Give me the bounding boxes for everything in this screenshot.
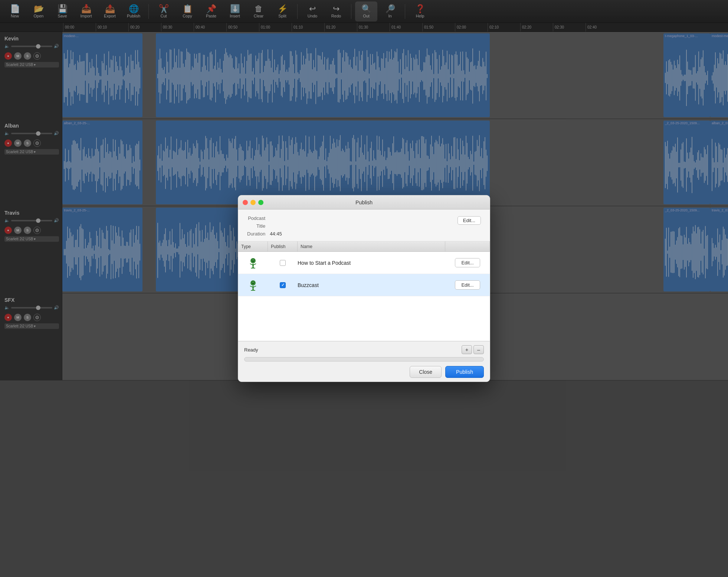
th-type: Type (238, 241, 268, 251)
modal-info: Podcast Edit... Title Duration 44:45 (238, 210, 490, 241)
duration-value: 44:45 (270, 231, 453, 237)
svg-point-1388 (252, 259, 254, 261)
modal-footer: Ready + – Close Publish (238, 341, 490, 382)
th-publish: Publish (268, 241, 298, 251)
table-row-0[interactable]: How to Start a Podcast Edit... (238, 252, 490, 274)
scroll-bar[interactable] (244, 357, 484, 362)
td-name-1: Buzzcast (298, 282, 445, 288)
remove-button[interactable]: – (473, 345, 484, 354)
td-name-0: How to Start a Podcast (298, 260, 445, 266)
svg-rect-1391 (251, 268, 255, 268)
td-publish-1[interactable] (268, 282, 298, 288)
window-maximize-button[interactable] (258, 200, 263, 205)
publish-checkbox-1[interactable] (280, 282, 286, 288)
td-publish-0[interactable] (268, 260, 298, 266)
table-body: How to Start a Podcast Edit... Buzzcast … (238, 252, 490, 341)
td-type-1 (238, 278, 268, 292)
td-actions-1: Edit... (445, 280, 490, 290)
action-row: Close Publish (244, 366, 484, 378)
add-button[interactable]: + (462, 345, 472, 354)
th-actions (445, 241, 490, 251)
status-row: Ready + – (244, 345, 484, 354)
svg-rect-1397 (251, 290, 255, 291)
td-type-0 (238, 256, 268, 270)
window-controls (243, 200, 263, 205)
modal-titlebar: Publish (238, 195, 490, 210)
duration-label: Duration (247, 231, 265, 237)
status-text: Ready (244, 347, 258, 353)
add-remove-controls: + – (462, 345, 484, 354)
podcast-type-icon-0 (246, 256, 260, 270)
window-close-button[interactable] (243, 200, 248, 205)
modal-overlay: Publish Podcast Edit... Title Duration 4… (0, 0, 728, 577)
title-label: Title (247, 223, 265, 229)
modal-edit-button[interactable]: Edit... (458, 216, 481, 225)
modal-title: Publish (355, 200, 373, 205)
publish-checkbox-0[interactable] (280, 260, 286, 266)
row-edit-btn-1[interactable]: Edit... (455, 280, 480, 290)
svg-point-1394 (252, 281, 254, 283)
row-edit-btn-0[interactable]: Edit... (455, 258, 480, 267)
td-actions-0: Edit... (445, 258, 490, 267)
publish-action-button[interactable]: Publish (445, 366, 484, 378)
table-header: Type Publish Name (238, 241, 490, 252)
modal-table: Type Publish Name How to Start a Podc (238, 241, 490, 341)
table-row-1[interactable]: Buzzcast Edit... (238, 274, 490, 296)
podcast-label: Podcast (247, 215, 265, 221)
close-button[interactable]: Close (410, 366, 442, 378)
window-minimize-button[interactable] (250, 200, 256, 205)
podcast-type-icon-1 (246, 278, 260, 292)
publish-modal: Publish Podcast Edit... Title Duration 4… (238, 195, 490, 382)
th-name: Name (298, 241, 445, 251)
